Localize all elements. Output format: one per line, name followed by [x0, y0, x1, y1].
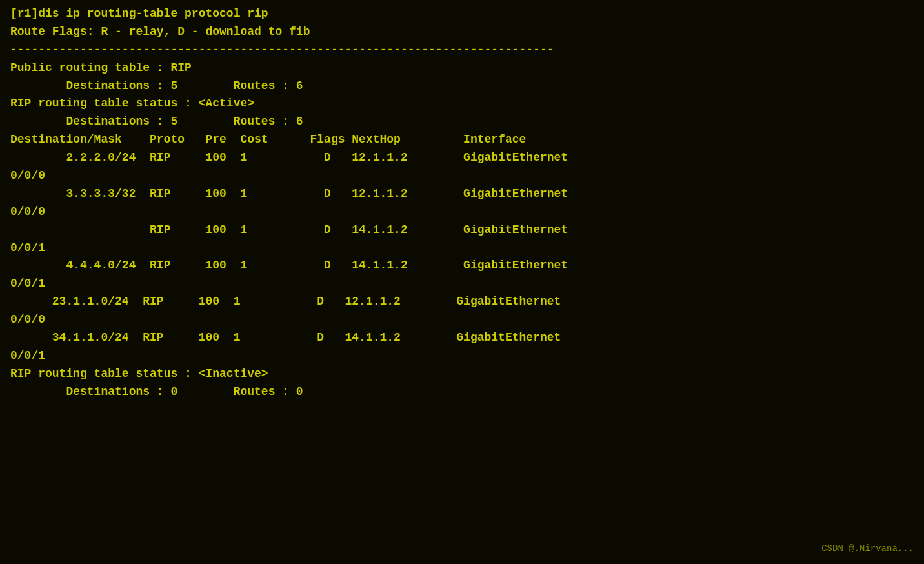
watermark: CSDN @.Nirvana... [821, 542, 914, 556]
terminal-line-19: 23.1.1.0/24 RIP 100 1 D 12.1.1.2 Gigabit… [10, 293, 914, 311]
terminal-line-9: Destination/Mask Proto Pre Cost Flags Ne… [10, 131, 914, 149]
terminal-line-11: 2.2.2.0/24 RIP 100 1 D 12.1.1.2 GigabitE… [10, 149, 914, 167]
terminal-line-15: RIP 100 1 D 14.1.1.2 GigabitEthernet [10, 221, 914, 239]
terminal-line-25: Destinations : 0 Routes : 0 [10, 383, 914, 401]
terminal-output: [r1]dis ip routing-table protocol ripRou… [10, 5, 914, 401]
terminal-line-17: 4.4.4.0/24 RIP 100 1 D 14.1.1.2 GigabitE… [10, 257, 914, 275]
terminal-line-0: [r1]dis ip routing-table protocol rip [10, 5, 914, 23]
terminal-line-14: 0/0/0 [10, 203, 914, 221]
terminal-line-2: ----------------------------------------… [10, 41, 914, 59]
terminal-line-21: 34.1.1.0/24 RIP 100 1 D 14.1.1.2 Gigabit… [10, 329, 914, 347]
terminal-line-24: RIP routing table status : <Inactive> [10, 365, 914, 383]
terminal-line-3: Public routing table : RIP [10, 59, 914, 77]
terminal-line-7: Destinations : 5 Routes : 6 [10, 113, 914, 131]
terminal-line-4: Destinations : 5 Routes : 6 [10, 77, 914, 96]
terminal-line-18: 0/0/1 [10, 275, 914, 293]
terminal-line-20: 0/0/0 [10, 311, 914, 329]
terminal-line-6: RIP routing table status : <Active> [10, 95, 914, 113]
terminal-line-16: 0/0/1 [10, 239, 914, 257]
terminal-line-1: Route Flags: R - relay, D - download to … [10, 23, 914, 41]
terminal-line-22: 0/0/1 [10, 347, 914, 365]
terminal-line-12: 0/0/0 [10, 167, 914, 185]
terminal-line-13: 3.3.3.3/32 RIP 100 1 D 12.1.1.2 GigabitE… [10, 185, 914, 203]
